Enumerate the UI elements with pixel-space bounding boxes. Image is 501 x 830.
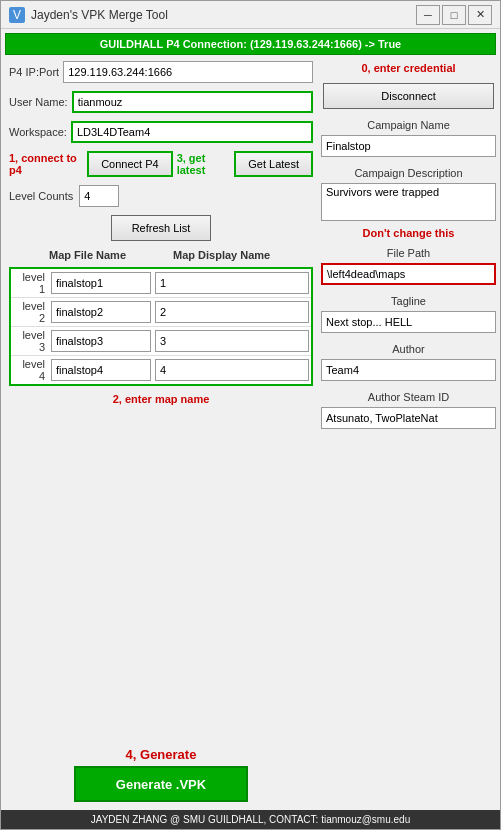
status-bar-bottom: JAYDEN ZHANG @ SMU GUILDHALL, CONTACT: t… (1, 810, 500, 829)
title-bar: V Jayden's VPK Merge Tool ─ □ ✕ (1, 1, 500, 29)
main-area: P4 IP:Port User Name: Workspace: 1, conn… (5, 59, 496, 806)
level-1-label: level 1 (11, 269, 49, 297)
level-1-file-input[interactable] (51, 272, 151, 294)
left-panel: P4 IP:Port User Name: Workspace: 1, conn… (5, 59, 317, 806)
level-2-display-input[interactable] (155, 301, 309, 323)
level-3-display-input[interactable] (155, 330, 309, 352)
level-counts-input[interactable] (79, 185, 119, 207)
maximize-button[interactable]: □ (442, 5, 466, 25)
table-header: Map File Name Map Display Name (5, 247, 317, 263)
campaign-name-label: Campaign Name (321, 117, 496, 133)
map-display-header: Map Display Name (173, 249, 313, 261)
tagline-block: Tagline (321, 291, 496, 335)
disconnect-button[interactable]: Disconnect (323, 83, 494, 109)
dont-change-annotation: Don't change this (321, 227, 496, 239)
refresh-list-button[interactable]: Refresh List (111, 215, 212, 241)
table-row: level 2 (11, 298, 311, 327)
connect-p4-button[interactable]: Connect P4 (87, 151, 172, 177)
author-steam-id-label: Author Steam ID (321, 389, 496, 405)
level-counts-label: Level Counts (9, 190, 73, 202)
level-counts-row: Level Counts (5, 183, 317, 209)
campaign-name-block: Campaign Name (321, 115, 496, 159)
credential-annotation-container: 0, enter credential (321, 59, 496, 77)
table-row: level 1 (11, 269, 311, 298)
enter-map-annotation: 2, enter map name (5, 390, 317, 408)
level-2-file-input[interactable] (51, 301, 151, 323)
level-4-display-input[interactable] (155, 359, 309, 381)
campaign-desc-input[interactable]: Survivors were trapped (321, 183, 496, 221)
campaign-desc-block: Campaign Description Survivors were trap… (321, 163, 496, 223)
table-row: level 4 (11, 356, 311, 384)
close-button[interactable]: ✕ (468, 5, 492, 25)
file-path-input[interactable] (321, 263, 496, 285)
tagline-input[interactable] (321, 311, 496, 333)
generate-vpk-button[interactable]: Generate .VPK (74, 766, 248, 802)
connection-status: GUILDHALL P4 Connection: (129.119.63.244… (5, 33, 496, 55)
author-input[interactable] (321, 359, 496, 381)
workspace-row: Workspace: (5, 119, 317, 145)
window-controls: ─ □ ✕ (416, 5, 492, 25)
author-steam-id-block: Author Steam ID (321, 387, 496, 431)
generate-annotation: 4, Generate (126, 747, 197, 762)
connect-annotation: 1, connect to p4 (9, 152, 83, 176)
p4-ip-row: P4 IP:Port (5, 59, 317, 85)
refresh-row: Refresh List (5, 213, 317, 243)
author-steam-id-input[interactable] (321, 407, 496, 429)
workspace-input[interactable] (71, 121, 313, 143)
campaign-desc-label: Campaign Description (321, 165, 496, 181)
p4-ip-label: P4 IP:Port (9, 66, 59, 78)
author-block: Author (321, 339, 496, 383)
connect-row: 1, connect to p4 Connect P4 3, get lates… (5, 149, 317, 179)
app-icon: V (9, 7, 25, 23)
username-label: User Name: (9, 96, 68, 108)
table-row: level 3 (11, 327, 311, 356)
right-panel: 0, enter credential Disconnect Campaign … (321, 59, 496, 806)
level-4-label: level 4 (11, 356, 49, 384)
level-4-file-input[interactable] (51, 359, 151, 381)
minimize-button[interactable]: ─ (416, 5, 440, 25)
level-3-file-input[interactable] (51, 330, 151, 352)
content-area: GUILDHALL P4 Connection: (129.119.63.244… (1, 29, 500, 810)
window-title: Jayden's VPK Merge Tool (31, 8, 410, 22)
level-1-display-input[interactable] (155, 272, 309, 294)
enter-map-label: 2, enter map name (113, 393, 210, 405)
username-row: User Name: (5, 89, 317, 115)
username-input[interactable] (72, 91, 313, 113)
main-window: V Jayden's VPK Merge Tool ─ □ ✕ GUILDHAL… (0, 0, 501, 830)
map-file-header: Map File Name (49, 249, 169, 261)
level-2-label: level 2 (11, 298, 49, 326)
get-latest-annotation: 3, get latest (177, 152, 231, 176)
disconnect-container: Disconnect (321, 81, 496, 111)
generate-section: 4, Generate Generate .VPK (5, 739, 317, 806)
author-label: Author (321, 341, 496, 357)
map-table: level 1 level 2 level 3 (9, 267, 313, 386)
p4-ip-input[interactable] (63, 61, 313, 83)
workspace-label: Workspace: (9, 126, 67, 138)
file-path-label: File Path (321, 245, 496, 261)
file-path-block: File Path (321, 243, 496, 287)
get-latest-button[interactable]: Get Latest (234, 151, 313, 177)
tagline-label: Tagline (321, 293, 496, 309)
campaign-name-input[interactable] (321, 135, 496, 157)
level-3-label: level 3 (11, 327, 49, 355)
credential-annotation: 0, enter credential (361, 62, 455, 74)
